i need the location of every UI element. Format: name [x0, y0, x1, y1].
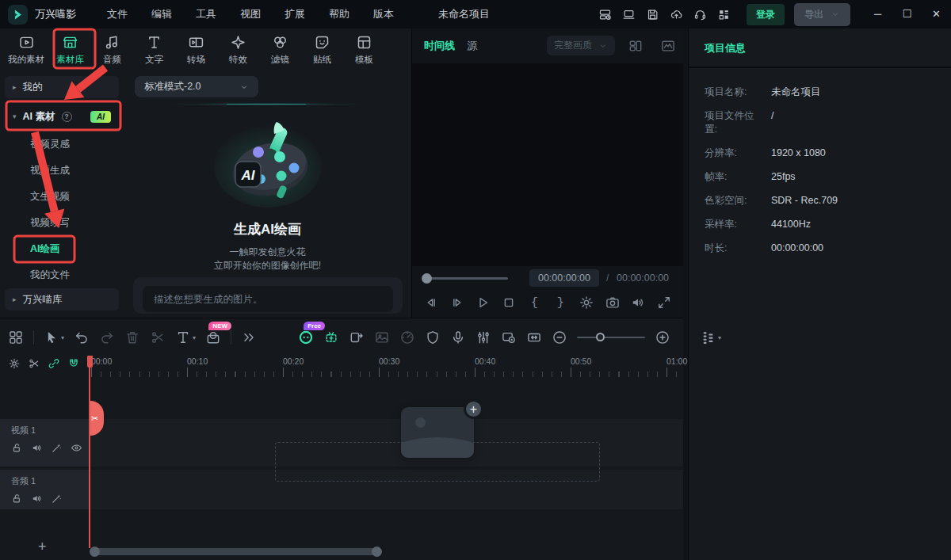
- lock-open-button[interactable]: [11, 493, 23, 505]
- smart-scissors-button[interactable]: [323, 330, 339, 345]
- microphone-button[interactable]: [450, 330, 466, 345]
- mask-button[interactable]: NEW: [205, 330, 221, 345]
- menu-item[interactable]: 扩展: [273, 0, 317, 29]
- menu-item[interactable]: 版本: [361, 0, 406, 29]
- split-screen-icon[interactable]: [628, 38, 644, 57]
- tab-source[interactable]: 源: [467, 39, 477, 53]
- double-chevron-button[interactable]: [241, 330, 257, 345]
- speaker-button[interactable]: [31, 493, 43, 505]
- media-tab-templates[interactable]: 模板: [343, 34, 385, 66]
- track-header[interactable]: 音频 1: [0, 470, 89, 509]
- text-tool-button[interactable]: ▾: [175, 330, 196, 345]
- preview-viewport[interactable]: [412, 63, 683, 266]
- laptop-button[interactable]: [617, 0, 640, 29]
- mode-select[interactable]: 标准模式-2.0: [135, 76, 258, 97]
- timeline-ruler[interactable]: 00:0000:1000:2000:3000:4000:5001:00: [90, 356, 682, 379]
- step-forward-button[interactable]: [449, 295, 465, 310]
- headset-button[interactable]: [688, 0, 712, 29]
- scrubber-track[interactable]: [426, 277, 508, 280]
- add-track-button[interactable]: +: [38, 539, 47, 555]
- sidebar-group-ai-assets[interactable]: ▾AI 素材?AI: [5, 103, 119, 130]
- export-button[interactable]: 导出: [794, 3, 850, 26]
- sidebar-item[interactable]: 视频续写: [0, 210, 124, 236]
- media-tab-stock[interactable]: 素材库: [49, 34, 91, 66]
- waveform-monitor-icon[interactable]: [660, 38, 676, 57]
- floppy-button[interactable]: [640, 0, 664, 29]
- menu-item[interactable]: 文件: [95, 0, 139, 29]
- minimize-button[interactable]: ─: [863, 0, 892, 29]
- playhead-flag[interactable]: [87, 356, 93, 368]
- media-tab-transition[interactable]: 转场: [175, 34, 217, 66]
- zoom-in-button[interactable]: [655, 330, 670, 345]
- cloud-upload-button[interactable]: [664, 0, 688, 29]
- maximize-button[interactable]: ☐: [892, 0, 922, 29]
- task-clock-button[interactable]: [593, 0, 617, 29]
- media-tab-audio[interactable]: 音频: [91, 34, 133, 66]
- stop-button[interactable]: [501, 295, 517, 310]
- export-box-button[interactable]: [349, 330, 365, 345]
- login-button[interactable]: 登录: [747, 4, 785, 25]
- eye-button[interactable]: [71, 442, 82, 454]
- robot-button[interactable]: Free: [298, 330, 314, 345]
- media-tab-text[interactable]: 文字: [133, 34, 175, 66]
- prompt-input[interactable]: [143, 286, 393, 312]
- expand-button[interactable]: [656, 295, 672, 310]
- scissors-button[interactable]: [28, 357, 40, 373]
- timeline-horizontal-scrollbar[interactable]: [91, 548, 380, 555]
- lock-open-button[interactable]: [11, 442, 23, 454]
- media-tab-effects[interactable]: 特效: [217, 34, 259, 66]
- sidebar-item[interactable]: 视频生成: [0, 158, 124, 184]
- gear-button[interactable]: [579, 295, 594, 310]
- timeline-zoom-slider[interactable]: [577, 330, 645, 345]
- camera-button[interactable]: [605, 295, 621, 310]
- help-icon[interactable]: ?: [62, 112, 72, 122]
- playhead[interactable]: [89, 356, 90, 548]
- speed-gauge-button[interactable]: [399, 330, 415, 345]
- trash-button[interactable]: [124, 330, 140, 345]
- menu-item[interactable]: 编辑: [139, 0, 184, 29]
- track-lane[interactable]: [89, 419, 683, 467]
- grid-menu-button[interactable]: [712, 0, 735, 29]
- picture-eye-button[interactable]: [501, 330, 517, 345]
- image-button[interactable]: [374, 330, 390, 345]
- scrubber-handle[interactable]: [422, 273, 432, 284]
- media-tab-filters[interactable]: 滤镜: [259, 34, 301, 66]
- track-header[interactable]: 视频 1: [0, 419, 89, 467]
- sidebar-item[interactable]: AI绘画: [0, 236, 124, 262]
- play-button[interactable]: [475, 295, 491, 310]
- redo-button[interactable]: [99, 330, 115, 345]
- media-tab-stickers[interactable]: 贴纸: [301, 34, 343, 66]
- magic-wand-button[interactable]: [51, 442, 63, 454]
- step-back-button[interactable]: [423, 295, 439, 310]
- zoom-slider-handle[interactable]: [596, 333, 605, 341]
- sidebar-item[interactable]: 文生视频: [0, 184, 124, 210]
- sidebar-item[interactable]: 视频灵感: [0, 131, 124, 158]
- menu-item[interactable]: 工具: [184, 0, 228, 29]
- quality-select[interactable]: 完整画质: [547, 36, 615, 55]
- speaker-button[interactable]: [630, 295, 646, 310]
- undo-button[interactable]: [74, 330, 90, 345]
- sidebar-item[interactable]: 我的文件: [0, 262, 124, 288]
- sidebar-group-mine[interactable]: ▸我的: [5, 76, 119, 98]
- select-cursor-button[interactable]: ▾: [44, 330, 64, 345]
- track-list-button[interactable]: ▾: [701, 330, 721, 345]
- scissors-button[interactable]: [150, 330, 166, 345]
- sidebar-group-stock-library[interactable]: ▸万兴喵库: [5, 288, 119, 310]
- gear-button[interactable]: [8, 357, 21, 373]
- magic-wand-button[interactable]: [51, 493, 63, 505]
- speaker-button[interactable]: [31, 442, 43, 454]
- media-tab-my-media[interactable]: 我的素材: [3, 34, 49, 66]
- magnet-button[interactable]: [67, 357, 80, 373]
- close-button[interactable]: ✕: [922, 0, 951, 29]
- sliders-button[interactable]: [476, 330, 491, 345]
- zoom-out-button[interactable]: [552, 330, 567, 345]
- brace-open-button[interactable]: {: [527, 295, 543, 310]
- horizontal-arrows-button[interactable]: [526, 330, 542, 345]
- grid-view-button[interactable]: [8, 330, 24, 345]
- link-button[interactable]: [48, 357, 60, 373]
- menu-item[interactable]: 帮助: [317, 0, 361, 29]
- tab-timeline[interactable]: 时间线: [424, 39, 455, 53]
- menu-item[interactable]: 视图: [228, 0, 273, 29]
- shield-button[interactable]: [425, 330, 441, 345]
- track-lane[interactable]: [89, 470, 683, 509]
